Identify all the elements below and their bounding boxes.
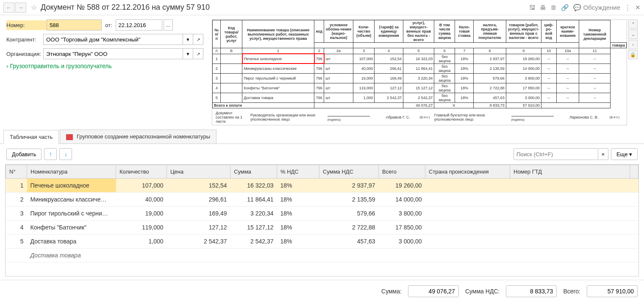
- expand-link[interactable]: › Грузоотправитель и грузополучатель: [6, 63, 203, 69]
- ph-cost: услуг), имущест-венных прав без налога -…: [403, 20, 434, 43]
- preview-icon[interactable]: 🗎: [550, 4, 557, 11]
- table-row-extra[interactable]: Доставка товара: [6, 249, 638, 262]
- more-icon[interactable]: ⋮: [625, 4, 631, 11]
- total-value[interactable]: [587, 285, 638, 297]
- rekv: (реквизиты свидетельства о государственн…: [434, 124, 623, 126]
- move-down-button[interactable]: ↓: [59, 148, 72, 160]
- ph-code: Код товара/ работ, услуг: [221, 20, 242, 48]
- col-2a: 2а: [324, 48, 353, 54]
- print-icon[interactable]: 🖶: [540, 4, 546, 11]
- th-n[interactable]: N°: [6, 165, 27, 179]
- document-preview[interactable]: № п/п Код товара/ работ, услуг Наименова…: [212, 19, 627, 125]
- discussion-label: Обсуждение: [583, 4, 620, 11]
- chat-icon: 💬: [573, 4, 581, 11]
- vat-label: Сумма НДС:: [465, 288, 500, 295]
- chevron-right-icon: ›: [6, 63, 10, 69]
- sum-value[interactable]: [408, 285, 459, 297]
- table-row[interactable]: 5Доставка товара1,0002 542,372 542,3718%…: [6, 235, 638, 249]
- preview-row[interactable]: 1Печенье шоколадное796шт107,000152,5416 …: [213, 54, 627, 64]
- org-open[interactable]: ↗: [193, 48, 203, 59]
- col-7: 7: [455, 48, 474, 54]
- side-buttons: ⌃ ⌄ › 🔒: [628, 19, 638, 60]
- more-label: Еще: [616, 151, 627, 157]
- vat-value[interactable]: [506, 285, 557, 297]
- search-clear-button[interactable]: ×: [598, 148, 608, 160]
- counterparty-input[interactable]: [43, 34, 183, 45]
- table-row[interactable]: 2Миникруассаны классиче…40,000296,6111 8…: [6, 193, 638, 207]
- table-wrap[interactable]: N° Номенклатура Количество Цена Сумма % …: [5, 164, 639, 276]
- th-gtd[interactable]: Номер ГТД: [510, 165, 630, 179]
- col-3: 3: [353, 48, 375, 54]
- header-actions: 🖫 🖶 🗎 🔗 💬 Обсуждение ⋮ ✕: [529, 4, 641, 11]
- form-area: Номер: от: … Контрагент: ▼ ↗ Организация…: [0, 15, 644, 127]
- th-vat[interactable]: % НДС: [277, 165, 319, 179]
- ph-short: краткое наиме-нование: [556, 20, 579, 43]
- org-dropdown[interactable]: ▼: [183, 48, 193, 59]
- form-left: Номер: от: … Контрагент: ▼ ↗ Организация…: [6, 19, 203, 125]
- ph-decl: Номер таможенной декларации: [579, 20, 611, 48]
- table-row[interactable]: 3Пирог тирольский с черни…19,000169,493 …: [6, 207, 638, 221]
- toolbar: Добавить ↑ ↓ × Еще ▾: [0, 144, 644, 164]
- discussion-button[interactable]: 💬 Обсуждение: [573, 4, 620, 11]
- ph-excise: В том числе сумма акциза: [434, 20, 455, 43]
- number-input[interactable]: [47, 19, 102, 30]
- back-button[interactable]: ←: [3, 3, 14, 13]
- th-sum[interactable]: Сумма: [230, 165, 277, 179]
- preview-row[interactable]: 2Миникруассаны классические796шт40,00029…: [213, 64, 627, 73]
- lock-icon[interactable]: 🔒: [628, 50, 638, 59]
- tab-group-create[interactable]: Групповое создание нераспознанной номенк…: [60, 130, 217, 144]
- search-input[interactable]: [514, 148, 598, 160]
- ph-no: № п/п: [213, 20, 221, 48]
- date-picker-button[interactable]: …: [164, 19, 173, 30]
- sig1: Абрамов Г. С.: [386, 111, 419, 124]
- th-nom[interactable]: Номенклатура: [27, 165, 116, 179]
- close-icon[interactable]: ✕: [635, 4, 641, 11]
- th-price[interactable]: Цена: [167, 165, 230, 179]
- chief-acc: Главный бухгалтер или иное уполномоченно…: [434, 111, 511, 124]
- counterparty-dropdown[interactable]: ▼: [183, 34, 193, 45]
- ph-rate: Нало-говая ставка: [455, 20, 474, 43]
- th-country[interactable]: Страна происхождения: [425, 165, 510, 179]
- link-icon[interactable]: 🔗: [561, 4, 569, 11]
- fio2: (ф.и.о.): [609, 111, 623, 124]
- tab-table-part[interactable]: Табличная часть: [3, 130, 59, 144]
- th-total[interactable]: Всего: [379, 165, 425, 179]
- more-button[interactable]: Еще ▾: [611, 148, 638, 160]
- table-row[interactable]: 1Печенье шоколадное107,000152,5416 322,0…: [6, 179, 638, 193]
- forward-button[interactable]: →: [15, 3, 26, 13]
- th-vatsum[interactable]: Сумма НДС: [319, 165, 379, 179]
- ph-qty: Коли-чество (объем): [353, 20, 375, 43]
- total-x: Х: [434, 102, 474, 108]
- preview-row[interactable]: 5Доставка товара796шт1,0002 542,372 542,…: [213, 93, 627, 102]
- group-create-icon: [66, 134, 73, 140]
- save-icon[interactable]: 🖫: [529, 4, 536, 11]
- scroll-right-button[interactable]: ›: [628, 40, 638, 49]
- star-icon[interactable]: ☆: [30, 3, 38, 12]
- col-6: 6: [434, 48, 455, 54]
- preview-area: № п/п Код товара/ работ, услуг Наименова…: [212, 19, 638, 125]
- counterparty-open[interactable]: ↗: [193, 34, 203, 45]
- expand-link-label: Грузоотправитель и грузополучатель: [10, 63, 112, 69]
- preview-row[interactable]: 4Конфеты "Батончик"796шт119,000127,1215 …: [213, 83, 627, 93]
- th-qty[interactable]: Количество: [116, 165, 167, 179]
- main-table: N° Номенклатура Количество Цена Сумма % …: [6, 165, 638, 262]
- tab2-label: Групповое создание нераспознанной номенк…: [77, 133, 210, 140]
- page-title: Документ № 588 от 22.12.2016 на сумму 57…: [41, 3, 529, 12]
- add-button[interactable]: Добавить: [6, 149, 42, 160]
- scroll-up-button[interactable]: ⌃: [628, 19, 638, 29]
- scroll-down-button[interactable]: ⌄: [628, 30, 638, 39]
- col-2: 2: [314, 48, 324, 54]
- col-b: Б: [221, 48, 242, 54]
- col-4: 4: [375, 48, 403, 54]
- ph-total: товаров (работ, услуг), имущест-венных п…: [506, 20, 541, 43]
- move-up-button[interactable]: ↑: [44, 148, 57, 160]
- header-bar: ← → ☆ Документ № 588 от 22.12.2016 на су…: [0, 0, 644, 15]
- table-row[interactable]: 4Конфеты "Батончик"119,000127,1215 127,1…: [6, 221, 638, 235]
- sig-podpis1: (подпись): [328, 118, 341, 121]
- preview-row[interactable]: 3Пирог тирольский с черникой796шт19,0001…: [213, 73, 627, 83]
- sig-podpis2: (подпись): [511, 118, 525, 121]
- org-input[interactable]: [43, 48, 183, 59]
- footer-totals: Сумма: Сумма НДС: Всего:: [0, 280, 644, 301]
- date-input[interactable]: [116, 19, 162, 30]
- col-a: А: [213, 48, 221, 54]
